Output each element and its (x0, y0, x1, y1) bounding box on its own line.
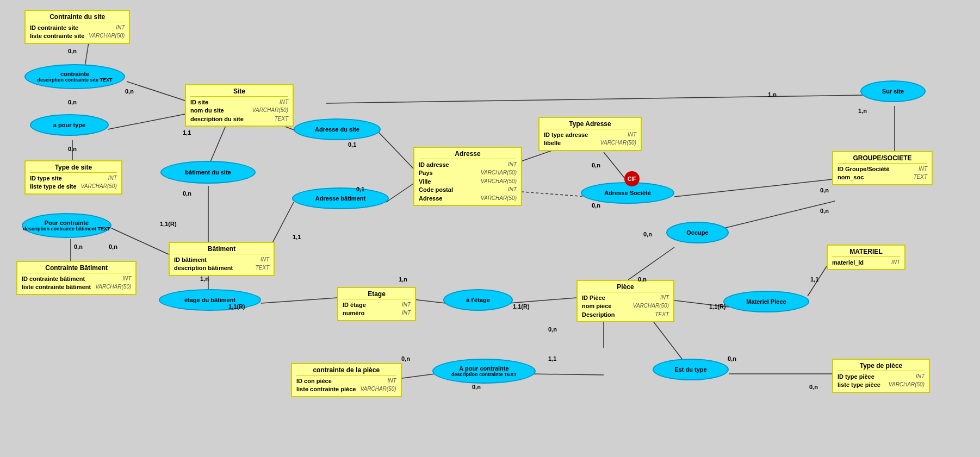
relation-contrainte: contrainte descirption contrainte site T… (24, 64, 125, 89)
field-row: Description TEXT (582, 311, 669, 319)
entity-contrainte-piece-title: contrainte de la pièce (296, 366, 396, 375)
field-row: nom piece VARCHAR(50) (582, 302, 669, 310)
entity-adresse: Adresse ID adresse INT Pays VARCHAR(50) … (413, 147, 522, 206)
relation-adresse-du-site: Adresse du site (294, 118, 381, 140)
cardinality: 0,n (592, 202, 600, 209)
field-row: ID type site INT (30, 174, 117, 183)
field-row: ID Groupe/Société INT (838, 165, 927, 173)
cardinality: 0,n (401, 355, 410, 362)
relation-sur-site: Sur site (860, 80, 926, 102)
cardinality: 0,n (548, 326, 557, 333)
relation-a-pour-type: a pour type (30, 114, 109, 136)
field-row: ID type adresse INT (544, 131, 636, 139)
field-row: materiel_Id INT (832, 259, 900, 267)
cardinality: 1,1 (810, 276, 818, 283)
field-row: liste type de site VARCHAR(50) (30, 183, 117, 191)
cardinality: 0,n (472, 384, 481, 390)
cardinality: 0,n (68, 146, 77, 152)
cardinality: 0,n (809, 384, 818, 390)
cardinality: 1,1 (548, 355, 556, 362)
entity-etage: Etage ID étage INT numéro INT (337, 287, 416, 321)
field-row: liste contrainte site VARCHAR(50) (30, 32, 125, 40)
field-row: ID bâtiment INT (174, 256, 269, 264)
cardinality: 1,1 (293, 234, 301, 240)
cardinality: 1,1(R) (160, 221, 177, 227)
relation-etage-batiment: étage du bâtiment (159, 289, 261, 311)
field-row: nom_soc TEXT (838, 173, 927, 181)
entity-type-adresse: Type Adresse ID type adresse INT libelle… (538, 117, 642, 151)
cardinality: 1,n (399, 276, 407, 283)
entity-type-site-title: Type de site (30, 164, 117, 173)
entity-type-site: Type de site ID type site INT liste type… (24, 160, 122, 195)
cardinality: 0,1 (348, 141, 356, 148)
field-row: ID type pièce INT (838, 373, 925, 381)
entity-type-adresse-title: Type Adresse (544, 120, 636, 129)
cardinality: 1,1(R) (709, 303, 726, 310)
relation-a-letage: à l'étage (443, 289, 513, 311)
cardinality: 1,n (200, 276, 209, 282)
entity-contrainte-piece: contrainte de la pièce ID con pièce INT … (291, 363, 402, 397)
field-row: liste contrainte bâtiment VARCHAR(50) (22, 283, 131, 291)
entity-contrainte-site-title: Contrainte du site (30, 13, 125, 22)
field-row: description bâtiment TEXT (174, 264, 269, 272)
field-row: Adresse VARCHAR(50) (419, 195, 517, 203)
svg-line-5 (377, 130, 413, 168)
svg-line-13 (261, 298, 337, 303)
cardinality: 1,1(R) (513, 303, 530, 310)
entity-contrainte-site: Contrainte du site ID contrainte site IN… (24, 10, 130, 44)
cardinality: 0,n (728, 355, 736, 362)
cardinality: 0,n (74, 243, 83, 250)
field-row: Pays VARCHAR(50) (419, 169, 517, 177)
cardinality: 0,n (592, 162, 600, 168)
cardinality: 0,n (820, 208, 829, 214)
field-row: Code postal INT (419, 186, 517, 194)
relation-materiel-piece: Materiel Piece (723, 291, 809, 312)
relation-pour-contrainte: Pour contrainte description contrainte b… (22, 213, 111, 238)
field-row: ID contrainte site INT (30, 24, 125, 32)
field-row: ID contrainte bâtiment INT (22, 275, 131, 283)
entity-materiel-title: MATERIEL (832, 248, 900, 257)
entity-materiel: MATERIEL materiel_Id INT (827, 245, 905, 270)
cardinality: 0,n (109, 243, 117, 250)
entity-site-title: Site (190, 87, 288, 97)
entity-piece: Pièce ID Pièce INT nom piece VARCHAR(50)… (576, 280, 674, 322)
field-row: ID Pièce INT (582, 294, 669, 302)
erd-diagram: Contrainte du site ID contrainte site IN… (0, 0, 980, 457)
svg-line-9 (386, 184, 413, 202)
cardinality: 0,n (125, 88, 134, 95)
entity-type-piece: Type de pièce ID type pièce INT liste ty… (832, 359, 930, 393)
entity-contrainte-batiment: Contrainte Bâtiment ID contrainte bâtime… (16, 261, 137, 295)
cardinality: 0,n (183, 190, 191, 197)
field-row: ID site INT (190, 98, 288, 107)
svg-line-1 (127, 82, 185, 101)
cardinality: 1,1 (183, 129, 191, 136)
entity-adresse-title: Adresse (419, 150, 517, 159)
cardinality: 0,1 (356, 186, 364, 192)
field-row: ID étage INT (343, 301, 411, 309)
cardinality: 0,n (638, 276, 647, 283)
entity-batiment: Bâtiment ID bâtiment INT description bât… (169, 242, 275, 276)
cif-circle: CIF (624, 171, 640, 186)
field-row: nom du site VARCHAR(50) (190, 107, 288, 115)
entity-batiment-title: Bâtiment (174, 245, 269, 254)
field-row: ID con pièce INT (296, 377, 396, 385)
svg-line-24 (674, 179, 832, 197)
entity-piece-title: Pièce (582, 283, 669, 292)
field-row: numéro INT (343, 309, 411, 317)
relation-est-du-type: Est du type (653, 359, 729, 380)
svg-line-15 (508, 298, 576, 303)
entity-type-piece-title: Type de pièce (838, 362, 925, 371)
field-row: ID adresse INT (419, 161, 517, 169)
cardinality: 0,n (820, 187, 829, 193)
field-row: Ville VARCHAR(50) (419, 178, 517, 186)
cardinality: 1,n (768, 91, 777, 98)
field-row: liste type pièce VARCHAR(50) (838, 381, 925, 389)
svg-line-10 (111, 228, 169, 254)
cardinality: 0,n (68, 48, 77, 54)
field-row: liste contrainte pièce VARCHAR(50) (296, 385, 396, 393)
svg-line-3 (108, 114, 185, 129)
svg-line-27 (530, 374, 604, 375)
entity-groupe-societe-title: GROUPE/SOCIETE (838, 154, 927, 164)
cardinality: 0,n (68, 99, 77, 105)
entity-etage-title: Etage (343, 290, 411, 299)
